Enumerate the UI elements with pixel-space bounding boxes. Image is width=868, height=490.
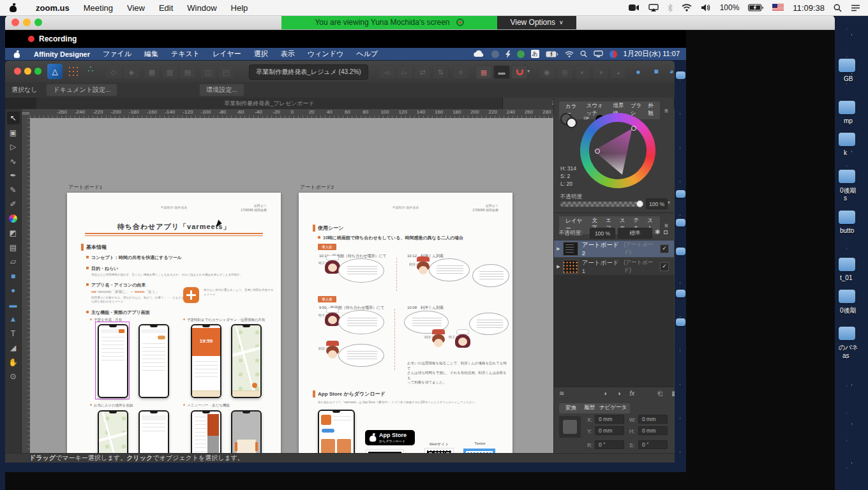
menubar-menu-item[interactable]: View: [120, 3, 152, 13]
desktop-file-label[interactable]: k: [844, 149, 847, 156]
fx-icon[interactable]: fx: [629, 390, 634, 397]
w-field[interactable]: 0 mm: [638, 415, 668, 424]
menubar-menu-item[interactable]: Meeting: [77, 3, 120, 13]
toolbar-rotate-ccw-icon[interactable]: ⇄: [414, 65, 431, 79]
desktop-file-icon[interactable]: [839, 211, 855, 224]
artboard1-page[interactable]: 卒業制作 最終発表 宮田ゼミ1726099 持田佑菜 待ち合わせアプリ「varm…: [67, 193, 281, 453]
hand-tool[interactable]: ✋: [7, 356, 20, 369]
x-field[interactable]: 0 mm: [595, 415, 624, 424]
view-options-dropdown[interactable]: View Options ∨: [497, 15, 576, 29]
desktop-file-label[interactable]: as: [842, 352, 849, 359]
tab-presentation-board[interactable]: 卒業制作最終発表_プレゼンボード: [36, 98, 503, 109]
zoom-video-icon[interactable]: [629, 4, 640, 11]
toolbar-boolean-divide-icon[interactable]: ◑: [592, 65, 609, 79]
icloud-icon[interactable]: [474, 50, 485, 57]
panel-menu-icon[interactable]: ≡: [664, 222, 671, 229]
desktop-file-label[interactable]: butto: [840, 227, 854, 234]
opacity-slider[interactable]: [560, 202, 642, 207]
toolbar-boolean-combine-icon[interactable]: ◒: [610, 65, 627, 79]
toolbar-flip-vertical-icon[interactable]: ▻: [396, 65, 413, 79]
layer-thumbnail[interactable]: [563, 242, 578, 256]
layers-empty-area[interactable]: [554, 275, 674, 387]
affinity-clock[interactable]: 1月20日(水) 11:07: [624, 49, 680, 59]
desktop-file-icon[interactable]: [839, 290, 855, 303]
panel-tab[interactable]: 変換: [562, 404, 580, 413]
preferences-button[interactable]: 環境設定...: [199, 84, 244, 96]
window-zoom-button[interactable]: [34, 68, 41, 75]
window-minimize-button[interactable]: [24, 68, 31, 75]
r-field[interactable]: 0 °: [595, 440, 624, 449]
layer-row-artboard1[interactable]: ▶ アートボード1 (アートボード) ✓: [554, 258, 674, 275]
zoom-tool[interactable]: ⊙: [7, 370, 20, 383]
desktop-file-label[interactable]: 0後期: [840, 306, 857, 315]
designer-persona-icon[interactable]: △: [47, 64, 63, 79]
opacity-slider-knob[interactable]: [636, 200, 643, 207]
panel-tab[interactable]: 外観: [648, 102, 657, 119]
status-icon[interactable]: [491, 50, 499, 58]
search-icon[interactable]: [580, 50, 587, 57]
place-image-tool[interactable]: ▤: [7, 241, 20, 254]
desktop-file-icon[interactable]: [839, 133, 855, 146]
pencil-tool[interactable]: ✎: [7, 184, 20, 197]
toolbar-shape2-tool-icon[interactable]: ◈: [123, 65, 140, 79]
gear-icon[interactable]: ✱: [655, 228, 660, 235]
affinity-menu-item[interactable]: テキスト: [165, 49, 206, 59]
layer-visibility-checkbox[interactable]: ✓: [660, 262, 669, 271]
ruler-unit[interactable]: mm: [22, 109, 30, 118]
artboard2-page[interactable]: 卒業制作 最終発表 宮田ゼミ1726099 持田佑菜 使用シーン 10時に映画館…: [299, 193, 513, 453]
node-tool[interactable]: ▷: [7, 140, 20, 153]
toolbar-boolean-add-icon[interactable]: ◉: [539, 65, 555, 79]
color-wheel-tool[interactable]: [7, 212, 20, 225]
mask-icon[interactable]: ◐: [604, 390, 608, 397]
window-close-button[interactable]: [11, 19, 19, 26]
app-menu-zoom[interactable]: zoom.us: [29, 3, 77, 13]
desktop-file-icon[interactable]: [839, 170, 855, 183]
canvas[interactable]: アートボード1 アートボード2 卒業制作 最終発表 宮田ゼミ1726099 持田…: [30, 118, 553, 453]
toolbar-ungroup-icon[interactable]: ◰: [218, 65, 234, 79]
desktop-file-icon[interactable]: [839, 327, 855, 340]
wifi-icon[interactable]: [565, 51, 574, 57]
sync-status-icon[interactable]: [517, 50, 525, 58]
new-layer-icon[interactable]: ⎗: [657, 390, 662, 397]
brush-tool[interactable]: ✐: [7, 198, 20, 211]
menubar-menu-item[interactable]: Help: [224, 3, 255, 13]
power-bolt-icon[interactable]: [505, 50, 511, 58]
desktop-file-label[interactable]: t_01: [840, 274, 852, 281]
fill-stroke-swatches[interactable]: [560, 113, 577, 127]
menubar-clock[interactable]: 11:09:38: [793, 3, 825, 13]
crop-tool[interactable]: ▱: [7, 255, 20, 268]
toolbar-insert-inside-icon[interactable]: ●: [631, 65, 646, 78]
disclosure-icon[interactable]: ▶: [554, 246, 563, 251]
toolbar-flip-horizontal-icon[interactable]: ◅: [378, 65, 395, 79]
toolbar-boolean-intersect-icon[interactable]: ◐: [574, 65, 591, 79]
lock-icon[interactable]: ◘: [664, 228, 668, 235]
desktop-file-label[interactable]: s: [844, 195, 847, 202]
adjustment-icon[interactable]: ◑: [617, 390, 620, 397]
toolbar-deselect-icon[interactable]: ▥: [161, 65, 178, 79]
document-setup-button[interactable]: ドキュメント設定...: [46, 84, 117, 96]
toolbar-shape-tool-icon[interactable]: ◇: [105, 65, 122, 79]
desktop-file-icon[interactable]: [839, 101, 855, 114]
wifi-icon[interactable]: [682, 4, 692, 11]
menubar-menu-item[interactable]: Edit: [152, 3, 180, 13]
artboard1-label[interactable]: アートボード1: [68, 184, 102, 191]
zoom-titlebar[interactable]: You are viewing Yuna Mochida's screen Vi…: [5, 15, 835, 30]
rounded-rectangle-tool[interactable]: ▬: [7, 299, 20, 311]
menubar-menu-item[interactable]: Window: [180, 3, 223, 13]
toolbar-snapping-magnet-icon[interactable]: [511, 65, 528, 79]
affinity-menu-item[interactable]: ファイル: [96, 49, 138, 59]
eyedropper-icon[interactable]: ✑: [583, 114, 589, 122]
hue-selector[interactable]: [631, 126, 636, 131]
pixel-persona-icon[interactable]: [68, 66, 79, 77]
desktop-file-icon[interactable]: [839, 258, 855, 271]
toolbar-insert-mode-icon[interactable]: ▬: [493, 65, 510, 79]
move-tool[interactable]: ↖: [7, 112, 20, 124]
rectangle-tool[interactable]: ■: [7, 270, 20, 283]
panel-tab[interactable]: ナビゲータ: [599, 404, 627, 413]
notification-center-icon[interactable]: [851, 4, 860, 11]
layer-name[interactable]: アートボード1: [582, 259, 622, 274]
affinity-menu-item[interactable]: 選択: [248, 49, 274, 59]
desktop-file-label[interactable]: mp: [844, 117, 853, 124]
opacity-dropdown-icon[interactable]: ▾: [668, 200, 670, 205]
s-field[interactable]: 0 °: [638, 440, 668, 449]
